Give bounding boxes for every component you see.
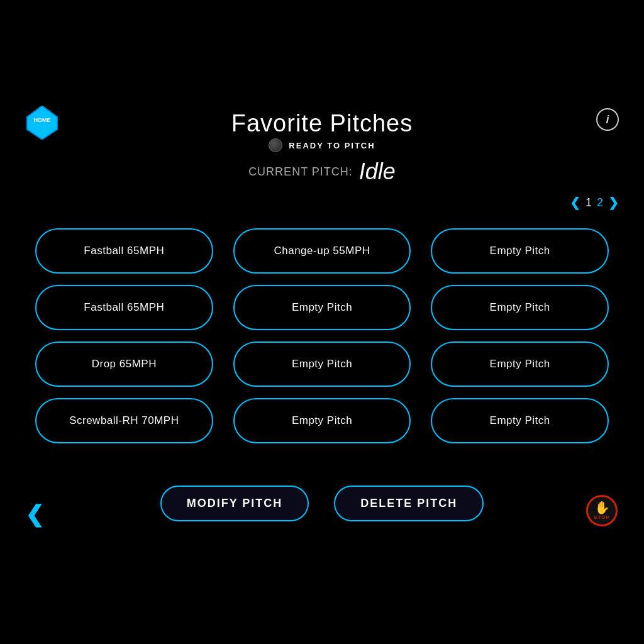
empty-pitch-button-2[interactable]: Empty Pitch bbox=[431, 228, 609, 274]
page-1-button[interactable]: 1 bbox=[586, 196, 592, 209]
stop-hand-icon: ✋ bbox=[594, 501, 610, 514]
pitch-button-3[interactable]: Fastball 65MPH bbox=[35, 285, 213, 330]
empty-pitch-button-4[interactable]: Empty Pitch bbox=[233, 285, 411, 330]
baseball-icon bbox=[269, 138, 282, 152]
empty-pitch-button-11[interactable]: Empty Pitch bbox=[431, 398, 609, 443]
current-pitch-label: CURRENT PITCH: bbox=[248, 165, 353, 179]
modify-pitch-button[interactable]: MODIFY PITCH bbox=[160, 486, 309, 521]
pagination: ❮ 1 2 ❯ bbox=[570, 195, 619, 210]
page-title: Favorite Pitches bbox=[0, 110, 644, 137]
next-page-button[interactable]: ❯ bbox=[608, 195, 619, 210]
pitch-button-0[interactable]: Fastball 65MPH bbox=[35, 228, 213, 274]
empty-pitch-button-7[interactable]: Empty Pitch bbox=[233, 341, 411, 387]
pitch-button-9[interactable]: Screwball-RH 70MPH bbox=[35, 398, 213, 443]
pitch-button-1[interactable]: Change-up 55MPH bbox=[233, 228, 411, 274]
empty-pitch-button-5[interactable]: Empty Pitch bbox=[431, 285, 609, 330]
ready-status-row: READY TO PITCH bbox=[0, 138, 644, 152]
current-pitch-row: CURRENT PITCH: Idle bbox=[0, 158, 644, 185]
prev-page-button[interactable]: ❮ bbox=[570, 195, 580, 210]
stop-circle: ✋ STOP bbox=[586, 495, 618, 526]
bottom-buttons: MODIFY PITCH DELETE PITCH bbox=[0, 486, 644, 521]
ready-status-text: READY TO PITCH bbox=[289, 141, 375, 150]
pitch-button-6[interactable]: Drop 65MPH bbox=[35, 341, 213, 387]
pitch-grid: Fastball 65MPHChange-up 55MPHEmpty Pitch… bbox=[25, 223, 619, 448]
stop-label: STOP bbox=[594, 514, 610, 520]
page-2-button[interactable]: 2 bbox=[597, 196, 603, 209]
delete-pitch-button[interactable]: DELETE PITCH bbox=[334, 486, 484, 521]
empty-pitch-button-10[interactable]: Empty Pitch bbox=[233, 398, 411, 443]
back-button[interactable]: ❮ bbox=[25, 501, 44, 528]
stop-button[interactable]: ✋ STOP bbox=[585, 494, 619, 528]
current-pitch-value: Idle bbox=[359, 158, 396, 185]
empty-pitch-button-8[interactable]: Empty Pitch bbox=[431, 341, 609, 387]
